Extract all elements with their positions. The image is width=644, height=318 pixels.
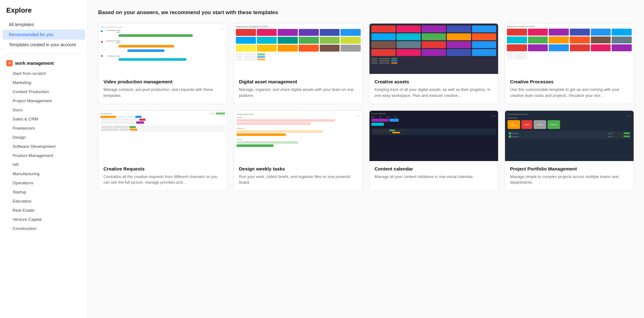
card-preview: tive Requests New Request <box>98 111 227 161</box>
card-preview: Digital asset management (DAM) ··· <box>234 24 363 74</box>
card-description: Centralize all the creative requests fro… <box>103 174 222 186</box>
page-heading: Based on your answers, we recommend you … <box>98 9 634 16</box>
sidebar-sub-item[interactable]: Product Management <box>0 151 88 160</box>
sidebar-sub-item[interactable]: Venture Capital <box>0 215 88 224</box>
template-card[interactable]: Content calendar Mon Tue Wed Thu ···Cont <box>369 110 498 191</box>
sidebar-section-header: ✕ work management <box>0 58 88 69</box>
card-content: Content calendarManage all your content … <box>369 161 498 185</box>
sidebar-nav: All templatesRecommended for youTemplate… <box>0 20 88 50</box>
card-preview: Project approval process Status column N… <box>505 111 634 161</box>
sidebar-sub-item[interactable]: Start from scratch <box>0 69 88 78</box>
sidebar-sub-item[interactable]: Freelancers <box>0 124 88 133</box>
sidebar-sub-item[interactable]: Software Development <box>0 142 88 151</box>
card-title: Content calendar <box>375 166 493 171</box>
template-card[interactable]: tive Requests New Request <box>98 110 227 191</box>
card-title: Creative Requests <box>103 166 222 171</box>
sidebar-sub-item[interactable]: Operations <box>0 178 88 187</box>
card-title: Creative assets <box>375 79 493 84</box>
card-description: Manage all your content initiatives in o… <box>375 174 493 180</box>
template-card[interactable]: Design weekly tasks ● High ● Medium ● Lo… <box>234 110 363 191</box>
sidebar-sub-item[interactable]: HR <box>0 160 88 169</box>
card-preview: ··· <box>369 24 498 74</box>
card-menu-button[interactable]: ··· <box>220 113 225 119</box>
sidebar-sub-item[interactable]: Education <box>0 197 88 206</box>
card-description: Run your work, collect briefs, and organ… <box>239 174 358 186</box>
card-content: Project Portfolio ManagementManage simpl… <box>505 161 634 191</box>
sidebar: Explore All templatesRecommended for you… <box>0 0 88 318</box>
card-preview: Content calendar Mon Tue Wed Thu ··· <box>369 111 498 161</box>
sidebar-nav-item[interactable]: Templates created in your account <box>3 40 85 50</box>
card-preview: Digital asset management (DAM) ··· <box>505 24 634 74</box>
wm-icon: ✕ <box>6 60 13 66</box>
template-card[interactable]: Digital asset management (DAM) ···Digita… <box>234 23 363 104</box>
card-description: Keeping track of all your digital assets… <box>375 87 493 99</box>
card-menu-button[interactable]: ··· <box>491 113 496 119</box>
card-preview: Design weekly tasks ● High ● Medium ● Lo… <box>234 111 363 161</box>
card-title: Project Portfolio Management <box>510 166 629 171</box>
sidebar-sub-item[interactable]: Sales & CRM <box>0 114 88 124</box>
template-card[interactable]: Video production process Homepage main v… <box>98 23 227 104</box>
card-preview: Video production process Homepage main v… <box>98 24 227 74</box>
card-menu-button[interactable]: ··· <box>220 26 225 32</box>
sidebar-sub-item[interactable]: Manufacturing <box>0 169 88 178</box>
card-title: Video production management <box>103 79 222 84</box>
sidebar-sub-item[interactable]: Real Estate <box>0 206 88 215</box>
card-menu-button[interactable]: ··· <box>356 113 360 119</box>
template-card[interactable]: ···Creative assetsKeeping track of all y… <box>369 23 498 104</box>
sidebar-sub-item[interactable]: Docs <box>0 105 88 114</box>
card-content: Design weekly tasksRun your work, collec… <box>234 161 363 191</box>
sidebar-sub-item[interactable]: Marketing <box>0 78 88 87</box>
sidebar-sub-nav: Start from scratchMarketingContent Produ… <box>0 69 88 233</box>
card-menu-button[interactable]: ··· <box>491 26 496 32</box>
template-grid: Video production process Homepage main v… <box>98 23 634 191</box>
card-description: Manage contacts, pre-post production, an… <box>103 87 222 99</box>
card-description: Manage, organize, and share digital asse… <box>239 87 358 99</box>
template-card[interactable]: Project approval process Status column N… <box>505 110 634 191</box>
sidebar-nav-item[interactable]: Recommended for you <box>3 30 85 40</box>
sidebar-nav-item[interactable]: All templates <box>3 20 85 30</box>
card-title: Digital asset management <box>239 79 358 84</box>
template-card[interactable]: Digital asset management (DAM) ···Creati… <box>505 23 634 104</box>
card-title: Creative Processes <box>510 79 629 84</box>
card-description: Manage simple to complex projects across… <box>510 174 629 186</box>
sidebar-divider <box>6 53 81 54</box>
sidebar-title: Explore <box>0 6 88 20</box>
sidebar-sub-item[interactable]: Construction <box>0 224 88 233</box>
card-content: Digital asset managementManage, organize… <box>234 74 363 104</box>
card-menu-button[interactable]: ··· <box>627 113 631 119</box>
card-content: Creative assetsKeeping track of all your… <box>369 74 498 104</box>
card-menu-button[interactable]: ··· <box>627 26 631 32</box>
sidebar-sub-item[interactable]: Project Management <box>0 96 88 105</box>
main-content: Based on your answers, we recommend you … <box>88 0 644 318</box>
sidebar-sub-item[interactable]: Startup <box>0 187 88 197</box>
sidebar-section-label: work management <box>15 61 54 66</box>
sidebar-sub-item[interactable]: Design <box>0 133 88 142</box>
card-content: Creative ProcessesUse this customizable … <box>505 74 634 104</box>
card-menu-button[interactable]: ··· <box>356 26 360 32</box>
sidebar-sub-item[interactable]: Content Production <box>0 87 88 96</box>
card-content: Video production managementManage contac… <box>98 74 227 104</box>
card-content: Creative RequestsCentralize all the crea… <box>98 161 227 191</box>
card-title: Design weekly tasks <box>239 166 358 171</box>
card-description: Use this customizable template to get up… <box>510 87 629 99</box>
